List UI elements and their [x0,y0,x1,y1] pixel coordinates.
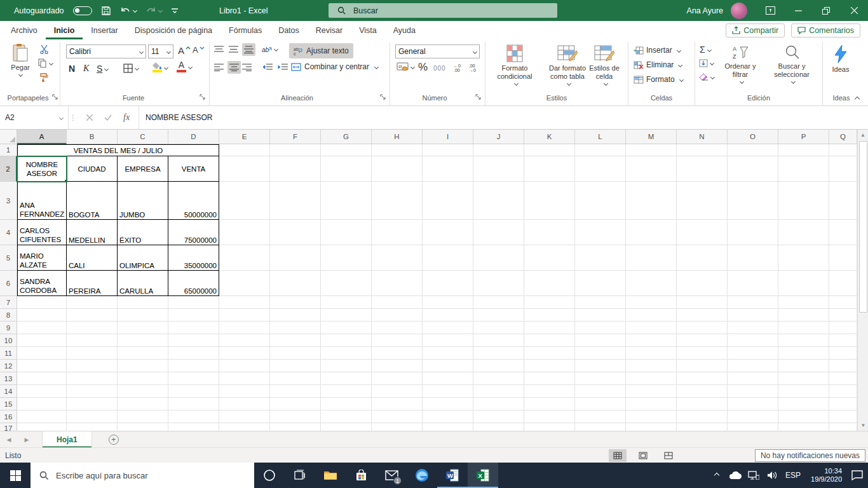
cell-G11[interactable] [321,347,372,360]
format-painter-button[interactable] [39,72,49,82]
cell-O9[interactable] [728,322,778,334]
row-header-11[interactable]: 11 [0,347,17,360]
column-header-I[interactable]: I [423,130,473,144]
cell-D7[interactable] [168,296,219,309]
cell-F12[interactable] [270,360,321,372]
cell-A6[interactable]: SANDRA CORDOBA [17,271,67,296]
cell-F4[interactable] [270,220,321,245]
cell-P15[interactable] [778,398,829,410]
row-header-8[interactable]: 8 [0,309,17,322]
cell-E12[interactable] [219,360,270,372]
cell-H15[interactable] [372,398,423,410]
cell-Q5[interactable] [829,245,857,271]
align-right-icon[interactable] [242,64,252,71]
cell-A16[interactable] [17,410,67,423]
collapse-ribbon-icon[interactable] [855,94,859,103]
page-layout-view-icon[interactable] [634,449,652,462]
cell-K11[interactable] [524,347,575,360]
cell-I17[interactable] [423,423,473,431]
column-header-K[interactable]: K [524,130,575,144]
scroll-up-icon[interactable]: ▲ [858,130,868,140]
cell-B6[interactable]: PEREIRA [67,271,118,296]
cell-J16[interactable] [473,410,524,423]
cell-P1[interactable] [778,144,829,156]
tab-vista[interactable]: Vista [351,21,385,39]
cell-J15[interactable] [473,398,524,410]
row-header-9[interactable]: 9 [0,322,17,334]
cell-G9[interactable] [321,322,372,334]
autosave-toggle[interactable] [73,6,92,15]
word-taskbar-icon[interactable]: W [437,463,468,488]
cell-K17[interactable] [524,423,575,431]
cell-O12[interactable] [728,360,778,372]
cell-B3[interactable]: BOGOTA [67,182,118,220]
cell-H1[interactable] [372,144,423,156]
column-header-N[interactable]: N [677,130,728,144]
paste-button[interactable]: Pegar [6,43,34,76]
cell-I1[interactable] [423,144,473,156]
cell-L10[interactable] [575,334,626,347]
cell-P13[interactable] [778,372,829,385]
cell-K15[interactable] [524,398,575,410]
cell-P10[interactable] [778,334,829,347]
conditional-formatting-button[interactable]: Formato condicional [491,44,539,85]
cell-I5[interactable] [423,245,473,271]
cell-H8[interactable] [372,309,423,322]
cell-J6[interactable] [473,271,524,296]
italic-button[interactable]: K [83,64,89,74]
cell-E8[interactable] [219,309,270,322]
fill-handle[interactable] [64,179,67,182]
cell-N17[interactable] [677,423,728,431]
cell-G5[interactable] [321,245,372,271]
cell-B15[interactable] [67,398,118,410]
cell-E13[interactable] [219,372,270,385]
cell-L7[interactable] [575,296,626,309]
cell-O14[interactable] [728,385,778,398]
cell-Q9[interactable] [829,322,857,334]
cell-L2[interactable] [575,156,626,182]
cell-A2[interactable]: NOMBRE ASESOR [17,156,67,182]
cell-M10[interactable] [626,334,677,347]
alignment-dialog-launcher[interactable] [380,94,388,102]
cell-E7[interactable] [219,296,270,309]
cell-P17[interactable] [778,423,829,431]
row-header-5[interactable]: 5 [0,245,17,271]
cell-M4[interactable] [626,220,677,245]
cell-D9[interactable] [168,322,219,334]
cell-K16[interactable] [524,410,575,423]
cell-L5[interactable] [575,245,626,271]
cell-Q2[interactable] [829,156,857,182]
cell-O3[interactable] [728,182,778,220]
column-header-A[interactable]: A [17,130,67,144]
cell-N15[interactable] [677,398,728,410]
network-icon[interactable] [747,471,761,480]
cell-H4[interactable] [372,220,423,245]
cell-D16[interactable] [168,410,219,423]
cell-E9[interactable] [219,322,270,334]
save-icon[interactable] [101,6,111,16]
format-cells-button[interactable]: Formato [634,75,683,84]
cell-D10[interactable] [168,334,219,347]
cell-Q13[interactable] [829,372,857,385]
cell-Q8[interactable] [829,309,857,322]
cell-N14[interactable] [677,385,728,398]
cell-P3[interactable] [778,182,829,220]
ribbon-display-options-icon[interactable] [756,0,784,21]
cell-H6[interactable] [372,271,423,296]
minimize-button[interactable] [784,0,812,21]
cell-H11[interactable] [372,347,423,360]
cell-K1[interactable] [524,144,575,156]
microsoft-store-icon[interactable] [346,463,376,488]
row-header-4[interactable]: 4 [0,220,17,245]
cell-M16[interactable] [626,410,677,423]
cell-G14[interactable] [321,385,372,398]
cell-C17[interactable] [118,423,168,431]
cell-N9[interactable] [677,322,728,334]
cell-B2[interactable]: CIUDAD [67,156,118,182]
cell-N6[interactable] [677,271,728,296]
tab-insertar[interactable]: Insertar [83,21,126,39]
cell-D6[interactable]: 65000000 [168,271,219,296]
cell-L3[interactable] [575,182,626,220]
cell-N5[interactable] [677,245,728,271]
restore-button[interactable] [812,0,840,21]
